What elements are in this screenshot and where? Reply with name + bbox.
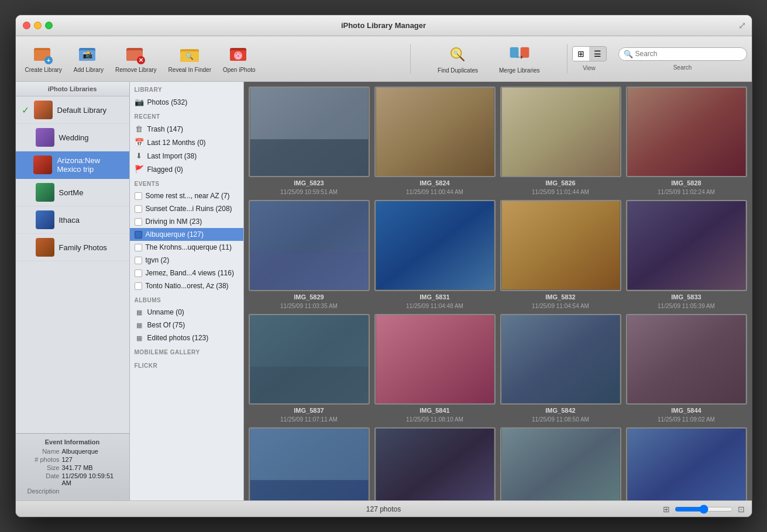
create-library-button[interactable]: + Create Library <box>20 41 67 77</box>
close-button[interactable] <box>23 22 30 29</box>
svg-text:📸: 📸 <box>82 50 93 60</box>
albuq-label: Albuquerque (127) <box>146 230 204 239</box>
find-duplicates-label: Find Duplicates <box>438 67 478 74</box>
driving-label: Driving in NM (23) <box>146 217 202 226</box>
photo-thumb-p10 <box>374 314 496 405</box>
photo-name-p10: IMG_5841 <box>419 407 449 414</box>
photo-cell-p6[interactable]: IMG_583111/25/09 11:04:48 AM <box>374 200 496 309</box>
middle-item-photos[interactable]: 📷 Photos (532) <box>130 95 243 109</box>
add-library-label: Add Library <box>74 67 104 73</box>
middle-item-jemez[interactable]: Jemez, Band...4 views (116) <box>130 267 243 279</box>
maximize-button[interactable] <box>45 22 53 29</box>
photo-cell-p9[interactable]: IMG_583711/25/09 11:07:11 AM <box>249 314 370 423</box>
photo-cell-p16[interactable]: IMG_584911/25/09 11:10:22 AM <box>626 427 747 500</box>
photo-cell-p7[interactable]: IMG_583211/25/09 11:04:54 AM <box>500 200 621 309</box>
middle-item-last12[interactable]: 📅 Last 12 Months (0) <box>130 136 243 149</box>
photo-cell-p8[interactable]: IMG_583311/25/09 11:05:39 AM <box>626 200 747 309</box>
library-list: ✓ Default Library Wedding Arizona:New Me… <box>16 96 129 433</box>
photo-thumb-p16 <box>626 427 747 500</box>
titlebar: iPhoto Library Manager ⤢ <box>16 15 752 36</box>
photo-cell-p14[interactable]: IMG_584711/25/09 11:09:45 AM <box>374 427 496 500</box>
svg-rect-45 <box>250 480 368 500</box>
mobileme-section-header: MobileMe Gallery <box>130 347 243 358</box>
item-thumb-wedding <box>36 128 54 147</box>
photo-cell-p13[interactable]: IMG_584511/25/09 11:09:20 AM <box>249 427 370 500</box>
middle-item-bestof[interactable]: ▦ Best Of (75) <box>130 319 243 331</box>
middle-item-driving[interactable]: Driving in NM (23) <box>130 215 243 228</box>
middle-item-somerest[interactable]: Some rest st..., near AZ (7) <box>130 189 243 202</box>
event-info-size-row: Size 341.77 MB <box>22 464 123 471</box>
photo-cell-p12[interactable]: IMG_584411/25/09 11:09:02 AM <box>626 314 747 423</box>
toolbar: + Create Library 📸 Add Library <box>16 36 752 82</box>
middle-item-albuq[interactable]: Albuquerque (127) <box>130 228 243 241</box>
middle-item-tonto[interactable]: Tonto Natio...orest, Az (38) <box>130 279 243 292</box>
photo-cell-p15[interactable]: IMG_584811/25/09 11:10:02 AM <box>500 427 621 500</box>
photo-thumb-p7 <box>500 200 621 291</box>
zoom-slider[interactable] <box>675 505 733 514</box>
svg-text:🌸: 🌸 <box>235 52 242 60</box>
sidebar-item-arizona[interactable]: Arizona:New Mexico trip <box>16 151 129 179</box>
photo-cell-p1[interactable]: IMG_582311/25/09 10:59:51 AM <box>249 87 370 195</box>
photo-date-p12: 11/25/09 11:09:02 AM <box>658 416 715 423</box>
middle-item-lastimport[interactable]: ⬇ Last Import (38) <box>130 149 243 163</box>
statusbar: 127 photos ⊞ ⊡ <box>16 500 752 517</box>
add-library-button[interactable]: 📸 Add Library <box>69 41 108 77</box>
item-thumb-default <box>34 101 53 119</box>
remove-library-button[interactable]: × Remove Library <box>111 41 161 77</box>
photo-name-p2: IMG_5824 <box>419 179 449 186</box>
middle-item-sunset[interactable]: Sunset Crate...i Ruins (208) <box>130 202 243 215</box>
middle-item-unname[interactable]: ▦ Unname (0) <box>130 306 243 319</box>
flagged-label: Flagged (0) <box>147 165 183 174</box>
photo-count: 127 photos <box>366 505 401 513</box>
open-iphoto-button[interactable]: 🌸 Open iPhoto <box>218 41 260 77</box>
merge-libraries-button[interactable]: ⇢ Merge Libraries <box>494 42 544 76</box>
photo-name-p12: IMG_5844 <box>671 407 701 414</box>
photo-cell-p4[interactable]: IMG_582811/25/09 11:02:24 AM <box>626 87 747 195</box>
sidebar-item-family[interactable]: Family Photos <box>16 234 129 261</box>
photo-date-p11: 11/25/09 11:08:50 AM <box>532 416 589 423</box>
photo-cell-p3[interactable]: IMG_582611/25/09 11:01:44 AM <box>500 87 621 195</box>
photo-cell-p5[interactable]: IMG_582911/25/09 11:03:35 AM <box>249 200 370 309</box>
event-info-name-row: Name Albuquerque <box>22 448 123 455</box>
middle-item-trash[interactable]: 🗑 Trash (147) <box>130 122 243 136</box>
search-icon: 🔍 <box>624 50 633 58</box>
toolbar-separator-2 <box>567 44 567 74</box>
list-view-button[interactable]: ☰ <box>589 47 606 61</box>
photo-name-p6: IMG_5831 <box>419 293 449 300</box>
photo-date-p6: 11/25/09 11:04:48 AM <box>406 303 463 309</box>
trash-label: Trash (147) <box>147 125 184 133</box>
photo-date-p2: 11/25/09 11:00:44 AM <box>406 189 463 195</box>
last12-label: Last 12 Months (0) <box>147 139 206 147</box>
date-label: Date <box>22 472 60 486</box>
resize-icon[interactable]: ⤢ <box>738 20 746 31</box>
library-name-default: Default Library <box>57 106 107 115</box>
grid-view-button[interactable]: ⊞ <box>573 47 589 61</box>
photo-date-p1: 11/25/09 10:59:51 AM <box>280 189 338 195</box>
photo-cell-p11[interactable]: IMG_584211/25/09 11:08:50 AM <box>500 314 621 423</box>
photo-cell-p10[interactable]: IMG_584111/25/09 11:08:10 AM <box>374 314 496 423</box>
sidebar: iPhoto Libraries ✓ Default Library Weddi… <box>16 82 130 500</box>
minimize-button[interactable] <box>34 22 42 29</box>
sidebar-item-wedding[interactable]: Wedding <box>16 124 129 151</box>
event-checkbox <box>135 270 142 277</box>
event-info-title: Event Information <box>22 438 123 445</box>
svg-rect-34 <box>376 201 494 289</box>
search-input[interactable] <box>635 50 742 58</box>
grid-small-icon: ⊞ <box>663 505 670 514</box>
middle-item-flagged[interactable]: 🚩 Flagged (0) <box>130 163 243 176</box>
reveal-in-finder-button[interactable]: 🔍 Reveal In Finder <box>164 41 216 77</box>
somerest-label: Some rest st..., near AZ (7) <box>146 192 230 200</box>
event-checkbox <box>135 257 142 264</box>
middle-item-edited[interactable]: ▦ Edited photos (123) <box>130 331 243 344</box>
library-name-family: Family Photos <box>59 243 107 252</box>
library-name-arizona: Arizona:New Mexico trip <box>57 156 123 174</box>
photo-name-p9: IMG_5837 <box>294 407 324 414</box>
middle-item-tgvn[interactable]: tgvn (2) <box>130 254 243 267</box>
sidebar-item-ithaca[interactable]: Ithaca <box>16 206 129 234</box>
photo-cell-p2[interactable]: IMG_582411/25/09 11:00:44 AM <box>374 87 496 195</box>
find-duplicates-button[interactable]: 🔍 Find Duplicates <box>433 42 483 76</box>
middle-item-krohns[interactable]: The Krohns...uquerque (11) <box>130 241 243 254</box>
sidebar-item-default[interactable]: ✓ Default Library <box>16 96 129 124</box>
search-label: Search <box>673 64 692 71</box>
sidebar-item-sortme[interactable]: SortMe <box>16 179 129 206</box>
